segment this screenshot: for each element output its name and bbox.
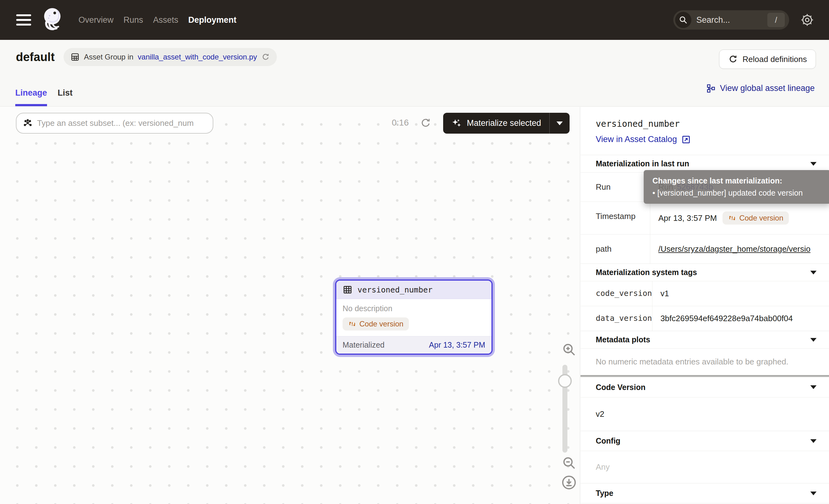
section-materialization-system-tags[interactable]: Materialization system tags	[580, 263, 829, 281]
search-input[interactable]	[696, 15, 767, 25]
asset-sidebar-panel: versioned_number View in Asset Catalog M…	[580, 107, 829, 504]
path-link[interactable]: /Users/sryza/dagster_home/storage/versio	[658, 244, 810, 254]
table-icon	[343, 285, 353, 295]
sync-alert-icon	[348, 320, 356, 328]
path-row: path /Users/sryza/dagster_home/storage/v…	[580, 234, 829, 263]
caret-down-icon[interactable]	[810, 162, 817, 166]
breadcrumb-refresh-icon[interactable]	[261, 52, 270, 61]
tab-list[interactable]: List	[58, 88, 73, 106]
timestamp-row: Timestamp Apr 13, 3:57 PM Code version	[580, 202, 829, 234]
timestamp-code-version-badge: Code version	[722, 212, 789, 225]
materialize-main[interactable]: Materialize selected	[443, 113, 549, 134]
panel-head: versioned_number View in Asset Catalog	[580, 107, 829, 155]
reload-definitions-button[interactable]: Reload definitions	[719, 49, 816, 69]
external-link-icon	[681, 135, 691, 144]
nav-item-runs[interactable]: Runs	[123, 15, 143, 25]
tooltip-title: Changes since last materialization:	[652, 176, 822, 185]
view-in-asset-catalog-link[interactable]: View in Asset Catalog	[596, 135, 829, 144]
data-version-tag-row: data_version 3bfc269594ef649228e9a74bab0…	[580, 306, 829, 331]
code-version-tag-key: code_version	[580, 281, 652, 306]
navbar-right: /	[673, 10, 814, 30]
materialize-label: Materialize selected	[467, 118, 541, 128]
refresh-countdown: 0:16	[392, 118, 409, 128]
asset-node-title: versioned_number	[358, 285, 433, 294]
caret-down-icon[interactable]	[810, 271, 817, 275]
breadcrumb-file-link[interactable]: vanilla_asset_with_code_version.py	[138, 52, 257, 61]
tab-lineage[interactable]: Lineage	[15, 88, 47, 106]
asset-node-badges: Code version	[336, 314, 492, 336]
nav-menu: Overview Runs Assets Deployment	[78, 15, 237, 25]
zoom-out-icon[interactable]	[561, 455, 577, 471]
materialized-label: Materialized	[343, 340, 385, 350]
gear-icon[interactable]	[800, 13, 814, 27]
asset-graph-asterisk-icon	[23, 118, 33, 128]
page-header: default Asset Group in vanilla_asset_wit…	[0, 40, 829, 107]
section-config[interactable]: Config	[580, 431, 829, 451]
materialize-dropdown-toggle[interactable]	[550, 113, 570, 134]
data-version-tag-key: data_version	[580, 306, 652, 331]
nav-item-overview[interactable]: Overview	[78, 15, 114, 25]
global-lineage-label: View global asset lineage	[720, 83, 815, 93]
config-value-row: Any	[580, 451, 829, 483]
reload-icon	[728, 54, 738, 64]
title-row: default Asset Group in vanilla_asset_wit…	[16, 48, 277, 66]
metadata-plots-empty-message: No numeric metadata entries available to…	[580, 348, 829, 375]
section-materialization-in-last-run[interactable]: Materialization in last run	[580, 155, 829, 172]
caret-down-icon[interactable]	[810, 338, 817, 342]
code-version-badge-label: Code version	[359, 320, 403, 328]
reload-definitions-label: Reload definitions	[743, 55, 807, 64]
materialization-header-label: Materialization in last run	[596, 159, 689, 168]
download-image-icon[interactable]	[561, 474, 577, 491]
caret-down-icon[interactable]	[810, 385, 817, 389]
lineage-canvas[interactable]: 0:16 Materialize selected	[0, 107, 580, 504]
dagster-logo[interactable]	[38, 4, 65, 36]
code-version-header-label: Code Version	[596, 383, 646, 392]
global-search[interactable]: /	[673, 10, 789, 30]
zoom-in-icon[interactable]	[561, 342, 577, 357]
materialize-selected-button[interactable]: Materialize selected	[443, 113, 570, 134]
code-version-value-row: v2	[580, 397, 829, 431]
timestamp-value: Apr 13, 3:57 PM	[658, 213, 717, 223]
code-version-badge: Code version	[343, 317, 409, 330]
materialized-time[interactable]: Apr 13, 3:57 PM	[429, 340, 485, 350]
asset-group-breadcrumb: Asset Group in vanilla_asset_with_code_v…	[64, 48, 277, 66]
catalog-link-label: View in Asset Catalog	[596, 135, 677, 144]
path-row-label: path	[580, 235, 650, 263]
section-metadata-plots[interactable]: Metadata plots	[580, 331, 829, 348]
zoom-slider-handle[interactable]	[558, 374, 572, 388]
asset-node-versioned-number[interactable]: versioned_number No description Code ver…	[335, 279, 493, 355]
canvas-refresh-icon[interactable]	[420, 117, 432, 129]
asset-node-header: versioned_number	[336, 281, 492, 299]
asset-subset-input[interactable]	[37, 118, 207, 128]
timestamp-row-label: Timestamp	[580, 202, 650, 234]
top-navbar: Overview Runs Assets Deployment /	[0, 0, 829, 40]
path-row-value: /Users/sryza/dagster_home/storage/versio	[650, 235, 829, 263]
caret-down-icon[interactable]	[810, 439, 817, 443]
sync-alert-icon	[728, 214, 736, 222]
nav-item-deployment[interactable]: Deployment	[188, 15, 237, 25]
timestamp-badge-label: Code version	[739, 214, 783, 222]
asset-node-description: No description	[336, 299, 492, 314]
sparkles-icon	[451, 118, 462, 129]
dagster-octopus-icon	[40, 6, 64, 33]
asset-node-footer: Materialized Apr 13, 3:57 PM	[336, 336, 492, 354]
data-version-tag-value: 3bfc269594ef649228e9a74bab00f04	[652, 306, 829, 331]
system-tags-header-label: Materialization system tags	[596, 268, 697, 277]
breadcrumb-prefix: Asset Group in	[84, 52, 134, 61]
config-header-label: Config	[596, 436, 620, 445]
section-type[interactable]: Type	[580, 483, 829, 503]
section-code-version[interactable]: Code Version	[580, 377, 829, 397]
asset-group-grid-icon	[70, 52, 80, 62]
hamburger-menu-icon[interactable]	[16, 14, 31, 26]
caret-down-icon[interactable]	[810, 492, 817, 495]
nav-item-assets[interactable]: Assets	[153, 15, 178, 25]
lineage-graph-icon	[706, 84, 716, 93]
view-global-asset-lineage-link[interactable]: View global asset lineage	[706, 83, 815, 93]
search-icon	[675, 12, 691, 28]
timestamp-row-value: Apr 13, 3:57 PM Code version	[650, 202, 829, 234]
changes-tooltip: Changes since last materialization: • [v…	[644, 170, 829, 204]
asset-subset-filter[interactable]	[16, 113, 213, 134]
page-title: default	[16, 50, 55, 64]
caret-down-icon	[556, 121, 563, 125]
panel-splitter[interactable]	[580, 375, 829, 377]
